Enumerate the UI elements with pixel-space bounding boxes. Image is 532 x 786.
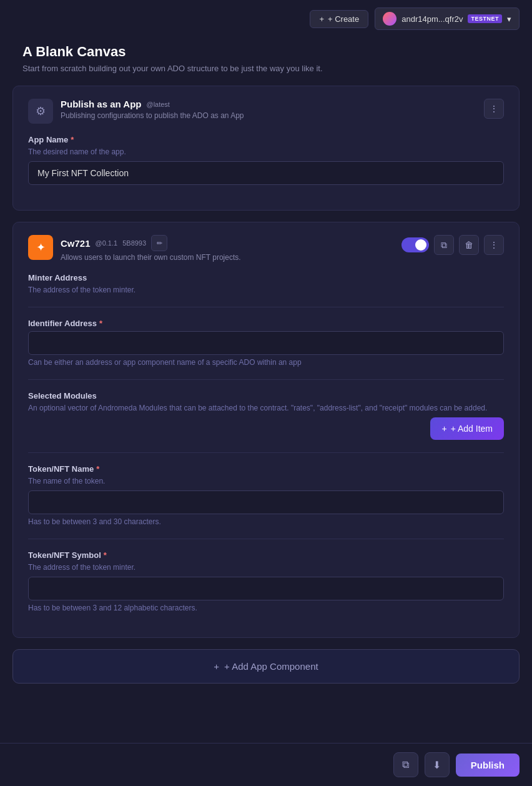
cw721-card-title: Cw721 @0.1.1 5B8993 ✏ <box>61 235 241 251</box>
avatar <box>383 12 397 26</box>
token-nft-symbol-input[interactable] <box>28 577 504 600</box>
publish-card-header: ⚙ Publish as an App @latest Publishing c… <box>28 99 504 124</box>
toggle-slider <box>401 237 429 252</box>
selected-modules-label: Selected Modules <box>28 391 504 400</box>
publish-card-title: Publish as an App @latest <box>61 99 244 109</box>
token-nft-name-label: Token/NFT Name * <box>28 464 504 474</box>
cw721-card-header-left: ✦ Cw721 @0.1.1 5B8993 ✏ Allows users to … <box>28 235 241 262</box>
identifier-address-label: Identifier Address * <box>28 319 504 328</box>
download-icon: ⬇ <box>433 759 441 771</box>
minter-address-description: The address of the token minter. <box>28 286 504 294</box>
create-button[interactable]: + + Create <box>310 10 368 28</box>
identifier-address-input[interactable] <box>28 331 504 355</box>
identifier-address-hint: Can be either an address or app componen… <box>28 358 504 367</box>
testnet-badge: TESTNET <box>468 14 502 23</box>
identifier-address-field-group: Identifier Address * Can be either an ad… <box>28 319 504 367</box>
publish-card-actions: ⋮ <box>484 99 504 119</box>
publish-version-tag: @latest <box>146 101 169 108</box>
publish-card-icon: ⚙ <box>28 99 53 124</box>
account-button[interactable]: andr14pm...qfr2v TESTNET ▾ <box>375 7 520 30</box>
app-name-description: The desired name of the app. <box>28 147 504 156</box>
chevron-down-icon: ▾ <box>507 14 511 24</box>
token-nft-symbol-label: Token/NFT Symbol * <box>28 550 504 560</box>
add-item-label: + Add Item <box>451 424 493 434</box>
cw721-hash-tag: 5B8993 <box>122 239 146 247</box>
publish-card-info: Publish as an App @latest Publishing con… <box>61 99 244 120</box>
cw721-delete-button[interactable]: 🗑 <box>459 235 479 255</box>
bottom-copy-button[interactable]: ⧉ <box>393 752 418 777</box>
cw721-toggle-container[interactable] <box>401 237 429 252</box>
bottom-bar: ⧉ ⬇ Publish <box>0 743 532 786</box>
cw721-card-actions: ⧉ 🗑 ⋮ <box>401 235 504 255</box>
cw721-menu-button[interactable]: ⋮ <box>484 235 504 255</box>
page-subtitle: Start from scratch building out your own… <box>22 64 510 73</box>
page-header: A Blank Canvas Start from scratch buildi… <box>0 37 532 86</box>
cw721-card: ✦ Cw721 @0.1.1 5B8993 ✏ Allows users to … <box>12 222 520 638</box>
edit-icon: ✏ <box>157 239 162 247</box>
add-item-button[interactable]: + + Add Item <box>430 417 504 440</box>
plus-icon-add: + <box>441 424 446 434</box>
cw721-card-description: Allows users to launch their own custom … <box>61 253 241 262</box>
cw721-toggle[interactable] <box>401 237 429 252</box>
publish-card-header-left: ⚙ Publish as an App @latest Publishing c… <box>28 99 244 124</box>
plus-icon: + <box>319 14 324 24</box>
required-star-token-symbol: * <box>104 550 107 560</box>
token-nft-name-hint: Has to be between 3 and 30 characters. <box>28 517 504 526</box>
token-nft-symbol-field-group: Token/NFT Symbol * The address of the to… <box>28 550 504 612</box>
token-nft-symbol-hint: Has to be between 3 and 12 alphabetic ch… <box>28 604 504 612</box>
token-nft-name-description: The name of the token. <box>28 477 504 485</box>
three-dots-icon: ⋮ <box>490 240 498 250</box>
create-label: + Create <box>328 14 359 24</box>
cw721-card-header: ✦ Cw721 @0.1.1 5B8993 ✏ Allows users to … <box>28 235 504 262</box>
cw721-card-icon: ✦ <box>28 235 53 260</box>
app-name-input[interactable] <box>28 161 504 185</box>
three-dots-icon: ⋮ <box>490 104 498 114</box>
copy-icon: ⧉ <box>441 240 447 251</box>
divider-1 <box>28 307 504 307</box>
nft-icon: ✦ <box>36 241 46 254</box>
copy-icon-bottom: ⧉ <box>402 759 409 770</box>
required-star-token-name: * <box>96 464 99 474</box>
topbar: + + Create andr14pm...qfr2v TESTNET ▾ <box>0 0 532 37</box>
add-component-label: + Add App Component <box>224 661 318 672</box>
add-app-component-button[interactable]: + + Add App Component <box>12 649 520 684</box>
bottom-download-button[interactable]: ⬇ <box>425 752 450 777</box>
app-name-field-group: App Name * The desired name of the app. <box>28 135 504 185</box>
cw721-card-info: Cw721 @0.1.1 5B8993 ✏ Allows users to la… <box>61 235 241 262</box>
selected-modules-section: Selected Modules An optional vector of A… <box>28 391 504 440</box>
divider-4 <box>28 539 504 539</box>
required-star: * <box>71 135 74 144</box>
divider-2 <box>28 379 504 380</box>
token-nft-name-input[interactable] <box>28 490 504 514</box>
app-name-label: App Name * <box>28 135 504 144</box>
token-nft-name-field-group: Token/NFT Name * The name of the token. … <box>28 464 504 526</box>
trash-icon: 🗑 <box>465 240 473 250</box>
selected-modules-description: An optional vector of Andromeda Modules … <box>28 404 504 412</box>
plus-icon-component: + <box>214 661 219 672</box>
token-nft-symbol-description: The address of the token minter. <box>28 563 504 572</box>
publish-button[interactable]: Publish <box>456 754 520 777</box>
required-star-identifier: * <box>99 319 102 328</box>
publish-card-description: Publishing configurations to publish the… <box>61 111 244 120</box>
cw721-edit-button[interactable]: ✏ <box>151 235 167 251</box>
publish-label: Publish <box>471 760 505 770</box>
minter-address-label: Minter Address <box>28 273 504 282</box>
gear-icon: ⚙ <box>36 104 46 118</box>
publish-as-app-card: ⚙ Publish as an App @latest Publishing c… <box>12 86 520 211</box>
cw721-version-tag: @0.1.1 <box>96 239 118 247</box>
minter-address-field-group: Minter Address The address of the token … <box>28 273 504 294</box>
divider-3 <box>28 452 504 453</box>
page-title: A Blank Canvas <box>22 44 510 60</box>
publish-card-menu-button[interactable]: ⋮ <box>484 99 504 119</box>
account-name: andr14pm...qfr2v <box>401 14 463 24</box>
add-item-row: + + Add Item <box>28 417 504 440</box>
cw721-copy-button[interactable]: ⧉ <box>434 235 454 255</box>
